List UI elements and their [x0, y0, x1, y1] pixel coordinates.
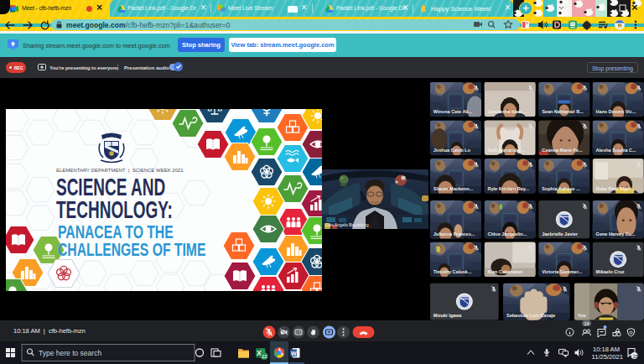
svg-text:Mizuki Igawa: Mizuki Igawa [434, 313, 463, 318]
svg-text:Joshua Caleb Lo: Joshua Caleb Lo [434, 148, 471, 153]
svg-text:Timothy Calusk...: Timothy Calusk... [434, 269, 472, 274]
svg-text:Sean Nathaniel B...: Sean Nathaniel B... [542, 109, 584, 114]
svg-text:11/25/2021: 11/25/2021 [592, 353, 623, 361]
svg-text:Sebastian Luis Casaje: Sebastian Luis Casaje [506, 313, 555, 318]
svg-text:Julianna Frances...: Julianna Frances... [434, 231, 475, 237]
svg-text:Victoria Summer...: Victoria Summer... [542, 269, 582, 274]
svg-text:Ryle Kristien Ray...: Ryle Kristien Ray... [488, 186, 530, 191]
svg-text:Jamansha Bacc...: Jamansha Bacc... [488, 109, 527, 114]
svg-text:Jaebrielle Javier: Jaebrielle Javier [542, 231, 579, 237]
svg-text:Ceanna Marie Fe...: Ceanna Marie Fe... [542, 148, 583, 153]
svg-text:Kian Cabanatan: Kian Cabanatan [488, 269, 523, 274]
svg-text:15: 15 [633, 354, 638, 359]
svg-text:Winona Cate Ab...: Winona Cate Ab... [434, 109, 473, 114]
svg-text:Alesha Sophia C...: Alesha Sophia C... [596, 148, 636, 153]
svg-text:Zeth Alexander ...: Zeth Alexander ... [488, 148, 527, 153]
svg-text:10:18 AM: 10:18 AM [593, 346, 620, 353]
svg-text:Gene Harvey Ba...: Gene Harvey Ba... [596, 231, 636, 237]
svg-text:Sophia Kaliese ...: Sophia Kaliese ... [542, 186, 580, 191]
svg-text:24: 24 [584, 321, 589, 326]
svg-text:W: W [291, 351, 297, 356]
svg-text:Mikaelo Cruz: Mikaelo Cruz [596, 269, 625, 274]
svg-text:Shawn Mackenn...: Shawn Mackenn... [434, 186, 474, 191]
svg-text:22: 22 [262, 354, 267, 359]
svg-text:Hans Draven Vic...: Hans Draven Vic... [596, 109, 636, 114]
svg-text:You: You [578, 313, 586, 318]
svg-text:Chloe Jacquelin...: Chloe Jacquelin... [488, 231, 527, 237]
svg-text:Type here to search: Type here to search [39, 349, 101, 357]
svg-text:Duke Paul Rigel ...: Duke Paul Rigel ... [596, 186, 636, 191]
